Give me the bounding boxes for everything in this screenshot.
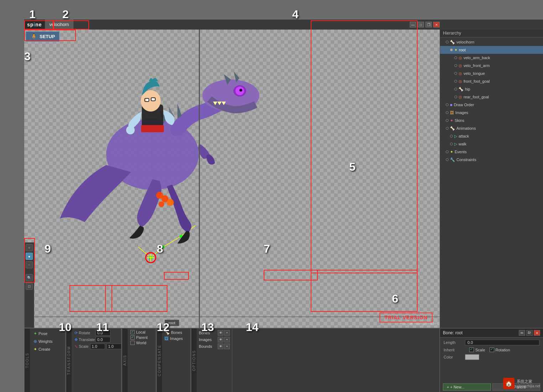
rotate-input[interactable]: [95, 330, 110, 336]
tree-item-events[interactable]: ✦ Events: [440, 148, 543, 156]
weights-tool-button[interactable]: ⊕ Weights: [31, 338, 64, 345]
color-swatch[interactable]: [465, 354, 479, 360]
tree-item-skins[interactable]: ✦ Skins: [440, 117, 543, 124]
svg-point-23: [159, 201, 164, 207]
tree-dot: [454, 56, 457, 59]
bone-props-body: Length Inherit Scale Rotation Color: [440, 337, 543, 364]
tree-item-front-foot-goal[interactable]: ◎ front_foot_goal: [440, 77, 543, 85]
tree-item-label: velo_front_arm: [464, 63, 490, 68]
new-btn-label: + New...: [450, 385, 464, 389]
length-label: Length: [444, 340, 465, 345]
star-icon: ✦: [454, 48, 457, 52]
rotation-checkbox[interactable]: [490, 347, 494, 352]
setup-button-label: SETUP: [40, 34, 55, 39]
compensate-panel-wrapper: Compensate 🦴 Bones 🖼 Images: [156, 329, 191, 392]
translate-input[interactable]: [95, 337, 110, 342]
tree-item-hip[interactable]: 🦴 hip: [440, 85, 543, 93]
new-bone-button[interactable]: + + New...: [443, 383, 491, 391]
center-button[interactable]: ●: [26, 253, 33, 260]
tree-dot: [454, 64, 457, 67]
tree-dot: [450, 48, 453, 51]
zoom-in-button[interactable]: +: [26, 244, 33, 251]
world-axis-check[interactable]: [130, 341, 135, 345]
tree-item-root[interactable]: ✦ root: [440, 46, 543, 54]
event-icon: ✦: [450, 150, 453, 154]
anim-icon: ▷: [454, 142, 457, 146]
setup-button[interactable]: 🧍 SETUP: [26, 31, 60, 42]
world-axis-label: World: [136, 341, 146, 345]
tree-item-rear-foot-goal[interactable]: ◎ rear_foot_goal: [440, 93, 543, 101]
velocihorn-tab[interactable]: velocihorn: [45, 20, 74, 30]
tree-item-draw-order[interactable]: ■ Draw Order: [440, 101, 543, 109]
weights-icon: ⊕: [33, 339, 37, 344]
tree-item-velo-tongue[interactable]: ◎ velo_tongue: [440, 69, 543, 77]
tree-item-label: velocihorn: [456, 40, 474, 44]
create-tool-button[interactable]: ✦ Create: [31, 346, 64, 353]
svg-rect-8: [151, 98, 154, 101]
inherit-label: Inherit: [444, 348, 465, 352]
ik-icon: ◎: [459, 63, 462, 68]
length-input[interactable]: [465, 340, 539, 345]
bones-eye-button[interactable]: 👁: [218, 330, 223, 336]
tree-item-velo-arm-back[interactable]: ◎ velo_arm_back: [440, 54, 543, 62]
character-area: [38, 33, 281, 243]
constraint-icon: 🔧: [450, 158, 455, 162]
frame-button[interactable]: ⊡: [26, 283, 33, 290]
scale-x-input[interactable]: [90, 344, 105, 349]
tree-item-label: attack: [459, 134, 469, 138]
tree-item-label: velo_tongue: [464, 71, 485, 76]
restore-button[interactable]: ❐: [425, 22, 432, 27]
bone-props-header: Bone: root ✏ R! ✕: [440, 329, 543, 337]
ik-icon: ◎: [459, 56, 462, 60]
bounds-dot-button[interactable]: •: [224, 344, 230, 349]
tree-item-velo-front-arm[interactable]: ◎ velo_front_arm: [440, 62, 543, 69]
pose-tool-button[interactable]: ✦ Pose: [31, 330, 64, 337]
images-dot-button[interactable]: •: [224, 337, 230, 342]
scale-checkbox[interactable]: [469, 347, 474, 352]
tools-panel-content: ✦ Pose ⊕ Weights ✦ Create: [30, 329, 66, 392]
tree-dot: [446, 150, 449, 153]
bone-props-edit-button[interactable]: ✏: [519, 330, 525, 336]
bounds-eye-button[interactable]: 👁: [218, 344, 223, 349]
tree-item-walk[interactable]: ▷ walk: [440, 140, 543, 148]
parent-axis-item: Parent: [130, 335, 153, 340]
root-label: root: [165, 320, 179, 326]
tree-item-attack[interactable]: ▷ attack: [440, 132, 543, 140]
rotation-check-label: Rotation: [496, 348, 510, 352]
tree-item-images[interactable]: 🖼 Images: [440, 109, 543, 117]
images-eye-button[interactable]: 👁: [218, 337, 223, 342]
tree-dot: [450, 143, 453, 145]
tree-item-label: front_foot_goal: [464, 79, 490, 83]
tree-item-label: velo_arm_back: [464, 56, 490, 60]
search-button[interactable]: 🔍: [26, 274, 33, 281]
minimize-button[interactable]: —: [410, 22, 416, 27]
annotation-number-1: 1: [29, 8, 36, 21]
tree-item-velocihorn[interactable]: 🦴 velocihorn: [440, 38, 543, 46]
translate-icon: ✥: [74, 337, 78, 342]
tab-label: velocihorn: [50, 22, 69, 27]
translate-row: ✥ Translate: [74, 337, 118, 342]
scale-y-input[interactable]: [107, 344, 121, 349]
maximize-button[interactable]: □: [418, 22, 424, 27]
close-button[interactable]: ✕: [433, 22, 440, 27]
tree-dot: [446, 111, 449, 114]
svg-rect-12: [141, 125, 164, 132]
spine-i-char: i: [33, 22, 35, 27]
viewport-divider[interactable]: [199, 30, 200, 328]
tree-item-constraints[interactable]: 🔧 Constraints: [440, 156, 543, 164]
tree-item-animations[interactable]: 🦴 Animations: [440, 124, 543, 132]
local-axis-check[interactable]: [130, 330, 135, 334]
bone-props-x-button[interactable]: ✕: [534, 330, 540, 336]
bones-dot-button[interactable]: •: [224, 330, 230, 336]
zoom-out-button[interactable]: −: [26, 261, 33, 268]
axis-panel-wrapper: Axis Local Parent World: [122, 329, 156, 392]
compensate-bones-label: Bones: [171, 330, 182, 335]
parent-axis-check[interactable]: [130, 335, 135, 340]
axis-panel-content: Local Parent World: [128, 329, 156, 392]
parent-axis-label: Parent: [136, 335, 148, 340]
scale-check-item: Scale: [469, 347, 485, 352]
bone-props-close-button[interactable]: R!: [526, 330, 533, 336]
images-eye-buttons: 👁 •: [218, 337, 230, 342]
tree-dot: [446, 41, 449, 43]
images-comp-icon: 🖼: [164, 336, 169, 341]
